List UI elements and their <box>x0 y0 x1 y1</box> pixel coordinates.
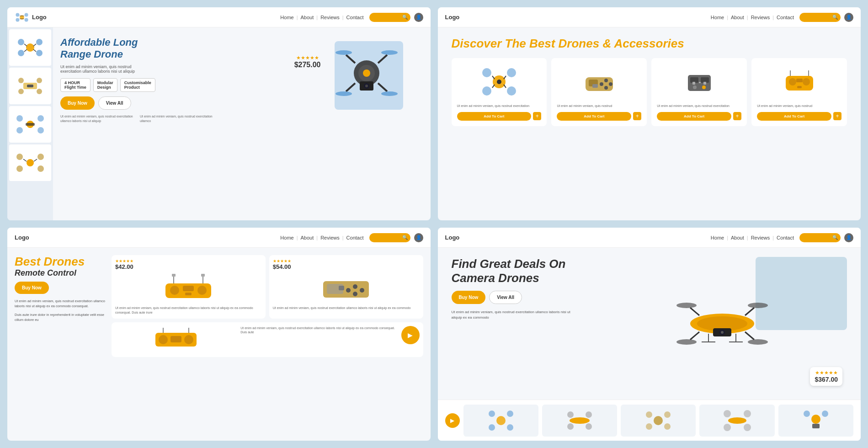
svg-point-143 <box>822 411 828 417</box>
panel-4-right: ★★★★★ $367.00 <box>589 257 847 390</box>
nav-contact-3[interactable]: Contact <box>346 235 364 240</box>
nav-contact-4[interactable]: Contact <box>777 235 794 240</box>
product-card-2: Ut enim ad minim veniam, quis nostrud Ad… <box>551 58 647 126</box>
badge-modular: ModularDesign <box>93 78 117 92</box>
nav-home-4[interactable]: Home <box>711 235 724 240</box>
svg-rect-78 <box>796 79 803 82</box>
svg-rect-101 <box>170 336 181 342</box>
panel-4-nav: Logo Home | About | Reviews | Contact 🔍 … <box>438 228 861 248</box>
buy-now-button-4[interactable]: Buy Now <box>452 291 486 304</box>
svg-point-11 <box>36 50 43 56</box>
nav-reviews-4[interactable]: Reviews <box>751 235 770 240</box>
thumb-item-2[interactable] <box>542 405 617 437</box>
nav-reviews-2[interactable]: Reviews <box>751 15 770 20</box>
add-cart-btn-4[interactable]: Add To Cart <box>757 112 831 121</box>
panel-3-product-2: ★★★★★ $54.00 <box>269 255 423 319</box>
nav-home-2[interactable]: Home <box>711 15 724 20</box>
svg-point-31 <box>16 165 23 172</box>
svg-line-13 <box>33 44 36 46</box>
svg-point-49 <box>365 85 368 87</box>
panel-4-user-icon[interactable]: 👤 <box>844 233 853 242</box>
svg-point-129 <box>567 423 574 430</box>
main-grid: Logo Home | About | Reviews | Contact 🔍 … <box>0 0 868 448</box>
panel-1-sidebar <box>7 27 53 220</box>
nav-home-3[interactable]: Home <box>280 235 293 240</box>
product-desc-3: Ut enim ad minim veniam, quis nostrud ex… <box>657 104 741 108</box>
svg-point-133 <box>664 411 671 418</box>
nav-about-1[interactable]: About <box>301 15 314 20</box>
panel-4-search[interactable]: 🔍 <box>799 233 841 242</box>
panel-3-desc2: Duis aute irure dolor in reprehenderit i… <box>15 312 106 323</box>
svg-point-70 <box>693 85 697 89</box>
plus-btn-3[interactable]: + <box>733 112 741 120</box>
nav-about-4[interactable]: About <box>731 235 744 240</box>
thumb-item-3[interactable] <box>621 405 696 437</box>
sidebar-thumb-2[interactable] <box>9 68 51 104</box>
play-button-3[interactable]: ▶ <box>401 326 420 344</box>
nav-reviews-3[interactable]: Reviews <box>320 235 340 240</box>
sidebar-thumb-1[interactable] <box>9 29 51 66</box>
product-card-1: Ut enim ad minim veniam, quis nostrud ex… <box>452 58 547 126</box>
sidebar-thumb-4[interactable] <box>9 144 51 181</box>
svg-rect-66 <box>592 84 598 88</box>
nav-reviews-1[interactable]: Reviews <box>320 15 340 20</box>
panel-3-logo: Logo <box>15 234 29 241</box>
svg-point-134 <box>646 423 652 430</box>
panel-4: Logo Home | About | Reviews | Contact 🔍 … <box>438 228 861 441</box>
add-cart-btn-2[interactable]: Add To Cart <box>557 112 631 121</box>
panel-1-search[interactable]: 🔍 <box>369 13 410 22</box>
nav-contact-2[interactable]: Contact <box>777 15 794 20</box>
svg-line-56 <box>504 76 506 79</box>
svg-point-113 <box>748 339 768 345</box>
svg-line-33 <box>23 159 27 161</box>
svg-point-9 <box>36 39 43 45</box>
svg-point-4 <box>25 18 28 21</box>
panel-2-user-icon[interactable]: 👤 <box>844 13 853 22</box>
panel-2-search[interactable]: 🔍 <box>799 13 841 22</box>
panel-1-nav-links: Home | About | Reviews | Contact <box>280 15 363 20</box>
view-all-button-4[interactable]: View All <box>489 291 522 304</box>
panel-2-body: Discover The Best Drones & Accessories <box>438 27 861 220</box>
svg-point-38 <box>363 69 370 77</box>
panel-4-nav-links: Home | About | Reviews | Contact <box>711 235 794 240</box>
plus-btn-4[interactable]: + <box>833 112 841 120</box>
panel-1-subtitle: Ut enim ad minim veniam, quis nostrud ex… <box>60 64 152 74</box>
svg-point-62 <box>604 79 608 82</box>
plus-btn-2[interactable]: + <box>633 112 641 120</box>
panel-3-search[interactable]: 🔍 <box>369 233 410 242</box>
panel-2-heading: Discover The Best Drones & Accessories <box>452 37 847 51</box>
desc-col-2: Ut enim ad minim veniam, quis nostrud ex… <box>140 114 216 123</box>
sidebar-thumb-3[interactable] <box>9 106 51 143</box>
svg-line-55 <box>492 76 495 79</box>
buy-now-button-1[interactable]: Buy Now <box>60 96 95 110</box>
svg-rect-74 <box>699 82 701 83</box>
thumb-item-5[interactable] <box>778 405 853 437</box>
svg-point-110 <box>676 303 697 308</box>
add-cart-btn-3[interactable]: Add To Cart <box>657 112 731 121</box>
buy-now-button-3[interactable]: Buy Now <box>15 282 49 294</box>
product-img-2 <box>557 64 641 100</box>
price-badge-1: ★★★★★ $275.00 <box>294 55 321 69</box>
nav-about-3[interactable]: About <box>301 235 314 240</box>
thumb-item-1[interactable] <box>463 405 538 437</box>
thumb-item-4[interactable] <box>699 405 774 437</box>
nav-home-1[interactable]: Home <box>280 15 293 20</box>
plus-btn-1[interactable]: + <box>533 112 541 120</box>
svg-point-95 <box>353 292 357 296</box>
nav-contact-1[interactable]: Contact <box>346 15 364 20</box>
panel-1-user-icon[interactable]: 👤 <box>414 13 423 22</box>
panel-3-top-row: ★★★★★ $42.00 <box>112 255 423 319</box>
add-cart-btn-1[interactable]: Add To Cart <box>457 112 532 121</box>
panel-3-product-1: ★★★★★ $42.00 <box>112 255 266 319</box>
svg-rect-73 <box>703 82 706 85</box>
panel-3-user-icon[interactable]: 👤 <box>414 233 423 242</box>
panel-3-body: Best Drones Remote Control Buy Now Ut en… <box>7 248 431 441</box>
svg-point-132 <box>646 411 652 418</box>
play-button-4[interactable]: ▶ <box>445 413 460 428</box>
view-all-button-1[interactable]: View All <box>98 96 131 110</box>
svg-point-29 <box>16 154 23 160</box>
panel-1-nav: Logo Home | About | Reviews | Contact 🔍 … <box>7 7 431 27</box>
svg-point-19 <box>18 89 24 94</box>
svg-point-77 <box>803 78 810 85</box>
nav-about-2[interactable]: About <box>731 15 744 20</box>
